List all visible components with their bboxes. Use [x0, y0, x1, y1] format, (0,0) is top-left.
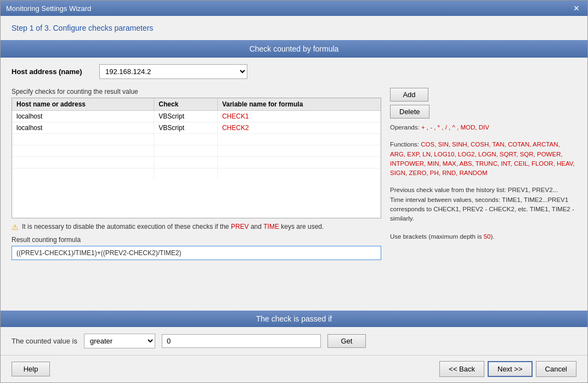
- operands-label: Operands:: [390, 124, 421, 131]
- operands-value: + , - , * , / , ^ , MOD, DIV: [421, 124, 489, 131]
- checks-section: Specify checks for counting the result v…: [12, 88, 576, 304]
- table-row-empty: [12, 157, 381, 168]
- delete-button[interactable]: Delete: [390, 105, 429, 119]
- next-button[interactable]: Next >>: [488, 361, 533, 377]
- info-functions: Functions: COS, SIN, SINH, COSH, TAN, CO…: [390, 140, 576, 178]
- row-check: VBScript: [154, 111, 218, 122]
- step-header: Step 1 of 3. Configure checks parameters: [1, 16, 587, 40]
- col-host: Host name or address: [12, 98, 154, 111]
- info-history: Previous check value from the history li…: [390, 185, 576, 223]
- step-label: Step 1 of 3. Configure checks parameters: [12, 24, 153, 32]
- footer: Help << Back Next >> Cancel: [1, 355, 587, 382]
- main-body: Host address (name) 192.168.124.2 Specif…: [1, 58, 587, 311]
- row-variable: CHECK2: [217, 122, 381, 134]
- warning-text: It is necessary to disable the automatic…: [22, 223, 324, 230]
- host-label: Host address (name): [12, 67, 99, 76]
- host-select[interactable]: 192.168.124.2: [99, 64, 247, 79]
- warning-after: keys are used.: [279, 223, 324, 230]
- back-button[interactable]: << Back: [439, 361, 484, 377]
- pass-label: The counted value is: [12, 337, 77, 345]
- col-variable: Variable name for formula: [217, 98, 381, 111]
- checks-right: Add Delete Operands: + , - , * , / , ^ ,…: [390, 88, 576, 304]
- warning-icon: ⚠: [12, 223, 19, 232]
- table-row-empty: [12, 134, 381, 145]
- table-row-empty: [12, 145, 381, 157]
- add-button[interactable]: Add: [390, 88, 428, 102]
- row-host: localhost: [12, 111, 154, 122]
- table-row: localhost VBScript CHECK2: [12, 122, 381, 134]
- brackets-num: 50: [484, 233, 491, 240]
- pass-value-input[interactable]: [162, 334, 321, 348]
- pass-section: The counted value is greater less equal …: [1, 327, 587, 355]
- cancel-button[interactable]: Cancel: [536, 361, 576, 377]
- warning-mid: and: [249, 223, 264, 230]
- checks-table: Host name or address Check Variable name…: [12, 98, 381, 179]
- formula-label: Result counting formula: [12, 236, 381, 244]
- checks-left: Specify checks for counting the result v…: [12, 88, 381, 304]
- checks-label: Specify checks for counting the result v…: [12, 88, 381, 95]
- host-row: Host address (name) 192.168.124.2: [12, 64, 576, 79]
- warning-row: ⚠ It is necessary to disable the automat…: [12, 223, 381, 232]
- warning-before: It is necessary to disable the automatic…: [22, 223, 231, 230]
- section2-title: The check is passed if: [256, 314, 332, 323]
- pass-condition-select[interactable]: greater less equal greater or equal less…: [84, 334, 155, 348]
- right-buttons: Add Delete: [390, 88, 576, 119]
- warning-prev: PREV: [231, 223, 249, 230]
- row-host: localhost: [12, 122, 154, 134]
- window: Monitoring Settings Wizard ✕ Step 1 of 3…: [0, 0, 588, 383]
- brackets-end: ).: [490, 233, 494, 240]
- help-button[interactable]: Help: [12, 362, 50, 376]
- section2-header: The check is passed if: [1, 311, 587, 327]
- history-text: Previous check value from the history li…: [390, 187, 574, 222]
- row-variable: CHECK1: [217, 111, 381, 122]
- warning-time: TIME: [263, 223, 279, 230]
- close-button[interactable]: ✕: [571, 4, 582, 13]
- title-bar: Monitoring Settings Wizard ✕: [1, 1, 587, 16]
- get-button[interactable]: Get: [327, 334, 366, 348]
- footer-right: << Back Next >> Cancel: [439, 361, 576, 377]
- col-check: Check: [154, 98, 218, 111]
- window-title: Monitoring Settings Wizard: [6, 4, 91, 13]
- brackets-text: Use brackets (maximum depth is: [390, 233, 484, 240]
- table-row: localhost VBScript CHECK1: [12, 111, 381, 122]
- formula-section: Result counting formula: [12, 236, 381, 260]
- formula-input[interactable]: [12, 246, 381, 260]
- table-row-empty: [12, 168, 381, 180]
- info-brackets: Use brackets (maximum depth is 50).: [390, 232, 576, 241]
- functions-label: Functions:: [390, 141, 421, 148]
- content: Step 1 of 3. Configure checks parameters…: [1, 16, 587, 382]
- info-operands: Operands: + , - , * , / , ^ , MOD, DIV: [390, 123, 576, 132]
- checks-table-wrapper: Host name or address Check Variable name…: [12, 98, 381, 218]
- row-check: VBScript: [154, 122, 218, 134]
- section1-header: Check counted by formula: [1, 40, 587, 58]
- section1-title: Check counted by formula: [250, 44, 339, 53]
